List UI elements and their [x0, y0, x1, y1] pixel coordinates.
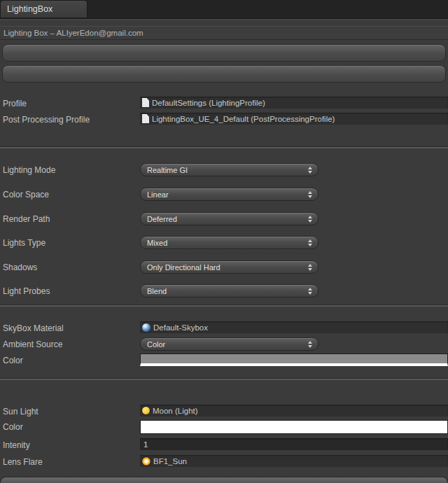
light-probes-row: Light Probes Blend	[0, 284, 448, 298]
skybox-material-label: SkyBox Material	[3, 321, 64, 335]
skybox-material-value: Default-Skybox	[153, 323, 208, 332]
post-processing-profile-row: Post Processing Profile LightingBox_UE_4…	[0, 113, 448, 127]
color-space-dropdown[interactable]: Linear	[140, 188, 318, 201]
ambient-source-label: Ambient Source	[3, 337, 62, 351]
bottom-toolbar-button[interactable]	[0, 477, 448, 483]
second-toolbar-button[interactable]	[2, 65, 446, 83]
lens-flare-icon	[142, 457, 150, 465]
dropdown-arrows-icon	[308, 239, 312, 246]
light-probes-dropdown[interactable]: Blend	[140, 284, 318, 298]
ambient-source-dropdown[interactable]: Color	[140, 337, 318, 351]
dropdown-arrows-icon	[308, 341, 312, 348]
lens-flare-value: BF1_Sun	[153, 457, 187, 465]
profile-object-field[interactable]: DefaultSettings (LightingProfile)	[140, 97, 448, 108]
lights-type-dropdown[interactable]: Mixed	[140, 236, 318, 249]
document-icon	[142, 98, 149, 107]
light-probes-label: Light Probes	[3, 284, 50, 298]
render-path-label: Render Path	[3, 212, 50, 226]
lens-flare-row: Lens Flare BF1_Sun	[0, 455, 448, 469]
section-divider	[0, 146, 448, 148]
document-icon	[142, 114, 149, 123]
light-probes-value: Blend	[147, 287, 167, 295]
ambient-color-swatch[interactable]	[140, 354, 448, 366]
color-space-value: Linear	[147, 190, 169, 199]
sun-color-label: Color	[3, 420, 23, 434]
render-path-value: Deferred	[147, 215, 177, 223]
lens-flare-label: Lens Flare	[3, 455, 43, 469]
section-divider	[0, 378, 448, 380]
intensity-label: Intenity	[3, 438, 30, 452]
render-path-dropdown[interactable]: Deferred	[140, 212, 318, 225]
tab-lightingbox[interactable]: LightingBox	[0, 0, 88, 18]
material-sphere-icon	[142, 323, 150, 332]
color-space-label: Color Space	[3, 188, 49, 202]
ambient-color-row: Color	[0, 354, 448, 368]
sun-light-row: Sun Light Moon (Light)	[0, 405, 448, 419]
color-space-row: Color Space Linear	[0, 188, 448, 202]
post-processing-profile-label: Post Processing Profile	[3, 113, 90, 127]
lighting-mode-dropdown[interactable]: Realtime GI	[140, 163, 318, 176]
profile-label: Profile	[3, 97, 27, 111]
dropdown-arrows-icon	[308, 167, 312, 174]
lighting-mode-value: Realtime GI	[147, 166, 188, 174]
skybox-material-row: SkyBox Material Default-Skybox	[0, 321, 448, 335]
lighting-mode-row: Lighting Mode Realtime GI	[0, 163, 448, 177]
sun-light-label: Sun Light	[3, 405, 38, 419]
lights-type-row: Lights Type Mixed	[0, 236, 448, 250]
lightingbox-panel: LightingBox Lighting Box – ALIyerEdon@gm…	[0, 0, 448, 483]
shadows-row: Shadows Only Directional Hard	[0, 260, 448, 274]
ambient-source-value: Color	[147, 340, 165, 349]
intensity-input[interactable]: 1	[140, 438, 448, 450]
shadows-value: Only Directional Hard	[147, 263, 220, 272]
lights-type-label: Lights Type	[3, 236, 46, 250]
editor-tab-bar: LightingBox	[0, 0, 448, 19]
dropdown-arrows-icon	[308, 264, 312, 271]
light-icon	[142, 407, 150, 414]
sun-color-row: Color	[0, 420, 448, 434]
sun-light-value: Moon (Light)	[153, 407, 198, 415]
skybox-material-object-field[interactable]: Default-Skybox	[140, 321, 448, 333]
profile-row: Profile DefaultSettings (LightingProfile…	[0, 97, 448, 111]
section-divider	[0, 304, 448, 307]
intensity-row: Intenity 1	[0, 438, 448, 452]
dropdown-arrows-icon	[308, 191, 312, 198]
post-processing-profile-object-value: LightingBox_UE_4_Default (PostProcessing…	[152, 115, 335, 123]
post-processing-profile-object-field[interactable]: LightingBox_UE_4_Default (PostProcessing…	[140, 113, 448, 125]
lens-flare-object-field[interactable]: BF1_Sun	[140, 455, 448, 467]
ambient-source-row: Ambient Source Color	[0, 337, 448, 351]
lighting-mode-label: Lighting Mode	[3, 163, 55, 177]
render-path-row: Render Path Deferred	[0, 212, 448, 226]
ambient-color-label: Color	[3, 354, 23, 368]
shadows-dropdown[interactable]: Only Directional Hard	[140, 260, 318, 274]
top-toolbar-button[interactable]	[2, 44, 446, 62]
shadows-label: Shadows	[3, 260, 37, 274]
sun-color-swatch[interactable]	[140, 420, 448, 434]
lights-type-value: Mixed	[147, 239, 167, 247]
sun-light-object-field[interactable]: Moon (Light)	[140, 405, 448, 416]
dropdown-arrows-icon	[308, 288, 312, 295]
plugin-title-bar: Lighting Box – ALIyerEdon@gmail.com	[0, 26, 448, 40]
profile-object-value: DefaultSettings (LightingProfile)	[152, 99, 265, 107]
dropdown-arrows-icon	[308, 216, 312, 223]
panel-top-highlight	[0, 19, 448, 20]
